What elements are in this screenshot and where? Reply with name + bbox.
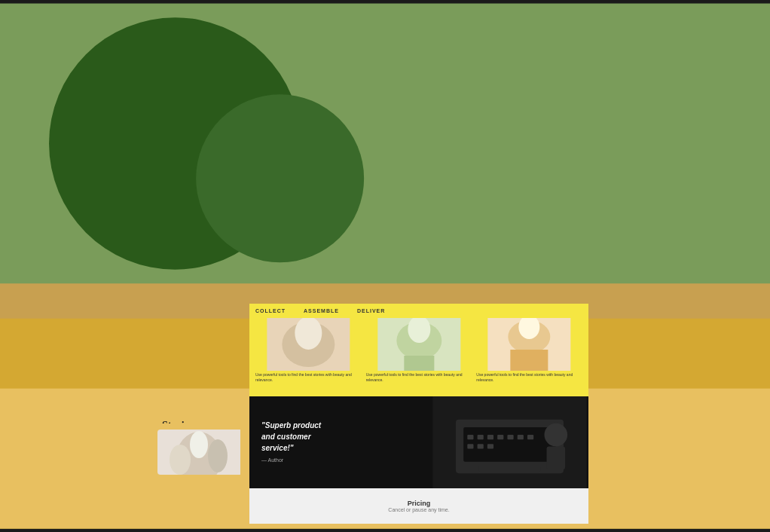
svg-rect-43 [467, 444, 473, 448]
featured-card-2[interactable]: New article [157, 430, 243, 475]
preview-quote-area: "Superb productand customerservice!"— Au… [249, 396, 431, 489]
svg-rect-28 [404, 356, 434, 371]
svg-rect-48 [547, 446, 566, 469]
gutenberg-editor-panel: ✕ ✎ ↶ ↷ ☰ Stories · Page ⌘K ◐ ↗ △ ◐ □ Sa… [8, 270, 762, 524]
card-stories-text: Stories [162, 420, 193, 423]
svg-rect-44 [478, 444, 484, 448]
preview-col1-text: Use powerful tools to find the best stor… [255, 371, 362, 384]
preview-col-2: Use powerful tools to find the best stor… [366, 318, 472, 390]
page-preview: Collect Assemble Deliver Use powe [249, 304, 588, 524]
preview-col3-text: Use powerful tools to find the best stor… [476, 371, 582, 384]
preview-col-1: Use powerful tools to find the best stor… [255, 318, 362, 390]
preview-yellow-section: Collect Assemble Deliver Use powe [249, 304, 588, 396]
svg-point-12 [170, 445, 191, 475]
preview-label-assemble: Assemble [304, 308, 339, 313]
svg-point-13 [208, 439, 228, 472]
svg-rect-35 [463, 427, 556, 462]
preview-col2-text: Use powerful tools to find the best stor… [366, 371, 472, 384]
svg-rect-14 [157, 475, 240, 475]
preview-black-section: "Superb productand customerservice!"— Au… [249, 396, 588, 489]
svg-rect-40 [507, 435, 513, 439]
svg-rect-38 [487, 435, 493, 439]
featured-panel: Featured ☵ Drag and drop patterns into t… [151, 304, 249, 524]
svg-rect-42 [527, 435, 533, 439]
svg-rect-45 [487, 444, 493, 448]
preview-labels-row: Collect Assemble Deliver [249, 304, 588, 318]
preview-label-collect: Collect [255, 308, 286, 313]
svg-rect-46 [479, 466, 541, 472]
preview-label-deliver: Deliver [357, 308, 385, 313]
preview-pricing-title: Pricing [408, 500, 431, 507]
canvas-area: Collect Assemble Deliver Use powe [249, 304, 588, 524]
featured-items: Stories New article [151, 371, 249, 524]
gutenberg-body: Blocks Patterns Media ✕ 🔍 All › About › [8, 304, 762, 524]
svg-rect-39 [497, 435, 503, 439]
svg-rect-32 [511, 350, 548, 371]
svg-rect-41 [518, 435, 524, 439]
svg-rect-36 [467, 435, 473, 439]
preview-image-cols: Use powerful tools to find the best stor… [249, 318, 588, 396]
svg-point-47 [544, 423, 567, 446]
preview-pricing-sub: Cancel or pause any time. [388, 507, 449, 512]
card-landscape-img: Stories [157, 378, 243, 423]
card-flower-img: New article [157, 430, 243, 475]
preview-col-3: Use powerful tools to find the best stor… [476, 318, 582, 390]
svg-point-24 [295, 318, 322, 350]
preview-quote-text: "Superb productand customerservice!"— Au… [261, 420, 321, 465]
preview-pricing-section: Pricing Cancel or pause any time. [249, 488, 588, 524]
preview-typewriter-img [431, 396, 588, 489]
featured-card-1[interactable]: Stories [157, 378, 243, 423]
svg-rect-8 [157, 389, 243, 423]
svg-rect-37 [478, 435, 484, 439]
svg-point-11 [190, 431, 208, 458]
